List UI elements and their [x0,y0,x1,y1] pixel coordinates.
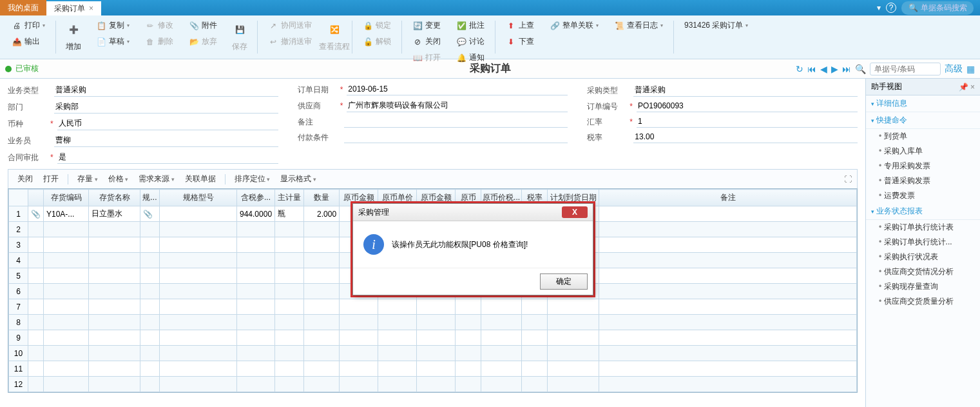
col-spec1[interactable]: 规... [140,190,160,206]
down-button[interactable]: 下查 [503,34,537,49]
add-button[interactable]: 增加 [60,18,87,54]
close-doc-icon [412,37,423,47]
top-bar: 我的桌面 采购订单× ▾ ? 单据条码搜索 [0,0,980,15]
rp-item[interactable]: 供应商交货情况分析 [866,264,980,279]
last-icon[interactable]: ⏭ [842,64,851,74]
tab-active[interactable]: 采购订单× [46,0,101,15]
refresh-icon[interactable]: ↻ [796,64,803,74]
biz-type-label: 业务类型 [8,85,46,96]
col-taxref[interactable]: 含税参... [237,190,275,206]
gt-sort[interactable]: 排序定位 [231,172,274,186]
doc-search-input[interactable] [870,63,941,75]
close-doc-button[interactable]: 关闭 [410,34,443,49]
first-icon[interactable]: ⏮ [807,64,816,74]
export-icon [12,37,22,47]
rp-item[interactable]: 采购现存量查询 [866,279,980,294]
contract-field[interactable]: 是 [57,151,278,164]
global-search[interactable]: 单据条码搜索 [901,1,974,15]
gt-demand[interactable]: 需求来源 [135,172,178,186]
gt-display[interactable]: 显示格式 [276,172,320,186]
ptype-field[interactable]: 普通采购 [633,84,858,97]
table-row[interactable]: 12 [9,377,857,392]
help-icon[interactable]: ? [886,3,896,13]
top-right: ▾ ? 单据条码搜索 [877,1,980,15]
approve-button[interactable]: 批注 [454,18,487,33]
col-uom[interactable]: 主计量 [275,190,304,206]
col-remark[interactable]: 备注 [599,190,857,206]
col-name[interactable]: 存货名称 [89,190,140,206]
save-button: 保存 [226,18,253,54]
code-field[interactable]: PO19060093 [637,101,858,112]
table-row[interactable]: 11 [9,361,857,377]
modal-titlebar[interactable]: 采购管理 X [353,204,593,221]
layout-icon[interactable]: ▦ [966,64,975,74]
discard-icon [189,37,199,47]
table-row[interactable]: 10 [9,346,857,361]
rate-field[interactable]: 1 [637,116,858,128]
rp-item[interactable]: 采购订单执行统计... [866,235,980,250]
export-button[interactable]: 输出 [9,34,48,49]
doc-search-icon[interactable]: 🔍 [855,64,866,74]
rp-item[interactable]: 供应商交货质量分析 [866,294,980,309]
supplier-field[interactable]: 广州市辉泉喷码设备有限公司 [347,99,568,112]
dept-field[interactable]: 采购部 [54,101,278,114]
tab-desktop[interactable]: 我的桌面 [0,0,46,15]
whole-link-button[interactable]: 整单关联▾ [547,18,601,33]
table-row[interactable]: 8 [9,315,857,330]
send-icon [268,21,278,31]
dropdown-icon[interactable]: ▾ [877,3,881,12]
rp-item[interactable]: 采购执行状况表 [866,250,980,264]
change-button[interactable]: 变更 [410,18,443,33]
grid-toolbar: 关闭 打开 存量 价格 需求来源 关联单据 排序定位 显示格式 ⛶ [8,169,858,188]
rp-section-detail[interactable]: 详细信息 [866,95,980,112]
table-row[interactable]: 9 [9,330,857,346]
rp-item[interactable]: 普通采购发票 [866,174,980,188]
clerk-field[interactable]: 曹柳 [54,134,278,147]
open-doc-button: 打开 [410,50,443,65]
pay-field[interactable] [344,132,568,143]
draft-button[interactable]: 草稿▾ [93,34,132,49]
rp-item[interactable]: 运费发票 [866,188,980,203]
gt-relate[interactable]: 关联单据 [181,172,220,186]
col-code[interactable]: 存货编码 [44,190,89,206]
tax-field[interactable]: 13.00 [633,132,858,143]
attach-button[interactable]: 附件 [186,18,220,33]
dept-label: 部门 [8,102,46,113]
supplier-label: 供应商 [298,101,336,112]
close-icon[interactable]: × [89,4,93,13]
rp-item[interactable]: 专用采购发票 [866,159,980,174]
pay-label: 付款条件 [298,132,336,143]
cancel-send-button: 撤消送审 [265,34,314,49]
modal-close-button[interactable]: X [562,206,588,218]
rp-item[interactable]: 采购入库单 [866,144,980,159]
up-button[interactable]: 上查 [503,18,537,33]
rp-section-report[interactable]: 业务状态报表 [866,203,980,220]
next-icon[interactable]: ▶ [831,64,838,74]
biz-type-field[interactable]: 普通采购 [54,84,278,97]
modal-footer: 确定 [353,268,593,295]
curr-field[interactable]: 人民币 [57,117,278,130]
pin-icon[interactable]: 📌 × [959,83,975,92]
table-row[interactable]: 7 [9,299,857,315]
rp-item[interactable]: 采购订单执行统计表 [866,220,980,235]
view-log-button[interactable]: 查看日志▾ [611,18,666,33]
gt-stock[interactable]: 存量 [73,172,102,186]
tab-desktop-label: 我的桌面 [8,3,39,14]
doc-no-dropdown[interactable]: 931426 采购订单▾ [682,18,751,33]
prev-icon[interactable]: ◀ [820,64,827,74]
gt-price[interactable]: 价格 [104,172,133,186]
print-button[interactable]: 打印▾ [9,18,48,33]
expand-icon[interactable]: ⛶ [844,175,852,184]
advanced-link[interactable]: 高级 [945,63,963,75]
col-spec2[interactable]: 规格型号 [160,190,237,206]
gt-close[interactable]: 关闭 [14,172,37,186]
modal-ok-button[interactable]: 确定 [540,273,588,290]
remark-field[interactable] [344,116,568,128]
copy-button[interactable]: 复制▾ [93,18,132,33]
rp-item[interactable]: 到货单 [866,129,980,144]
date-field[interactable]: 2019-06-15 [347,84,568,95]
discuss-button[interactable]: 讨论 [454,34,487,49]
rp-section-quick[interactable]: 快捷命令 [866,112,980,129]
gt-open[interactable]: 打开 [39,172,62,186]
col-qty[interactable]: 数量 [304,190,340,206]
